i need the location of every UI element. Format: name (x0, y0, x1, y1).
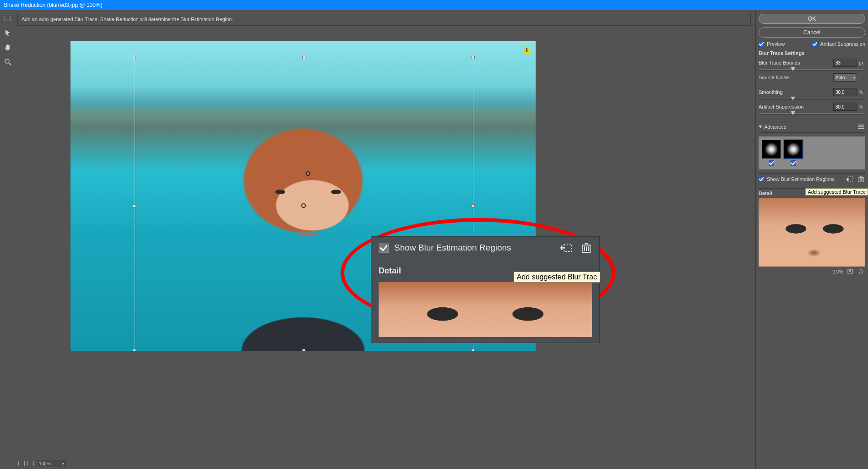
handle-nw[interactable] (133, 56, 136, 59)
marquee-tool[interactable] (3, 13, 13, 23)
handle-sw[interactable] (133, 349, 136, 351)
detail-loupe-image[interactable] (759, 198, 865, 267)
suppression-unit: % (859, 104, 865, 109)
suppression-slider[interactable] (759, 113, 865, 115)
info-text: Add an auto-generated Blur Trace. Shake … (22, 16, 233, 22)
marquee-icon (4, 14, 11, 22)
svg-rect-5 (858, 125, 864, 125)
preview-checkbox[interactable]: Preview (759, 41, 785, 47)
show-regions-label: Show Blur Estimation Regions (767, 176, 835, 182)
ok-button[interactable]: OK (759, 14, 865, 24)
callout-delete-button[interactable] (581, 242, 592, 253)
cancel-button[interactable]: Cancel (759, 27, 865, 38)
suppression-input[interactable]: 30,0 (833, 103, 857, 111)
thumb-check-1[interactable] (769, 160, 774, 166)
titlebar: Shake Reduction (blurred3.jpg @ 100%) (0, 0, 868, 10)
add-trace-icon (846, 176, 854, 182)
advanced-header[interactable]: Advanced (759, 121, 865, 133)
fit-screen-icon[interactable] (18, 461, 25, 466)
window-title: Shake Reduction (blurred3.jpg @ 100%) (4, 2, 103, 8)
left-toolbar (0, 10, 16, 469)
detail-label: Detail (759, 191, 772, 196)
svg-rect-0 (5, 15, 11, 21)
svg-rect-3 (526, 48, 527, 51)
handle-e[interactable] (472, 204, 475, 207)
artifact-suppression-checkbox[interactable]: Artifact Suppression (812, 41, 865, 47)
add-blur-trace-button[interactable] (846, 175, 854, 183)
info-bar: Add an auto-generated Blur Trace. Shake … (17, 13, 751, 26)
add-trace-icon (560, 243, 572, 253)
handle-w[interactable] (133, 204, 136, 207)
callout-tooltip: Add suggested Blur Trac (514, 272, 600, 283)
callout-add-trace-button[interactable] (560, 242, 573, 253)
svg-rect-4 (526, 51, 527, 52)
blur-trace-thumb-2[interactable] (784, 140, 803, 166)
warning-icon (523, 46, 531, 53)
undock-loupe-button[interactable] (846, 268, 854, 275)
trace-marker-2[interactable] (301, 203, 306, 208)
undock-icon (847, 269, 853, 274)
zoom-value: 100% (39, 461, 51, 466)
show-regions-checkbox[interactable]: Show Blur Estimation Regions (759, 176, 835, 182)
handle-n[interactable] (302, 56, 305, 59)
annotation-callout: Show Blur Estimation Regions Detail Add … (371, 236, 600, 343)
blur-trace-thumbnails (759, 136, 865, 169)
artifact-suppression-field: Artifact Suppression 30,0 % (759, 103, 865, 111)
handle-s[interactable] (302, 349, 305, 351)
artifact-label: Artifact Suppression (820, 41, 865, 47)
callout-checkbox[interactable] (379, 243, 389, 253)
thumb-check-2[interactable] (791, 160, 796, 166)
blur-trace-bounds-field: Blur Trace Bounds 33 px (759, 59, 865, 67)
preview-label: Preview (767, 41, 785, 47)
checkbox-icon (812, 41, 818, 47)
smoothing-field: Smoothing 30,0 % (759, 88, 865, 96)
bounds-unit: px (859, 60, 865, 65)
settings-title: Blur Trace Settings (759, 50, 865, 56)
callout-show-regions-label: Show Blur Estimation Regions (394, 243, 511, 253)
svg-rect-23 (585, 243, 588, 245)
status-bar: 100% (16, 458, 69, 469)
blur-trace-settings: Blur Trace Settings Blur Trace Bounds 33… (759, 50, 865, 115)
handle-ne[interactable] (472, 56, 475, 59)
smoothing-input[interactable]: 30,0 (833, 88, 857, 96)
blur-trace-thumb-1[interactable] (762, 140, 781, 166)
trace-marker-1[interactable] (306, 171, 310, 176)
svg-rect-6 (858, 126, 864, 127)
svg-rect-7 (858, 128, 864, 129)
regions-strip: Show Blur Estimation Regions (759, 173, 865, 185)
svg-rect-18 (564, 244, 571, 251)
reset-icon (858, 269, 864, 274)
zoom-tool[interactable] (3, 57, 13, 67)
suppression-label: Artifact Suppression (759, 104, 803, 109)
cancel-label: Cancel (803, 29, 820, 36)
delete-blur-trace-button[interactable] (857, 175, 865, 183)
kernel-preview-2 (784, 140, 803, 158)
preview-row: Preview Artifact Suppression (759, 41, 865, 47)
trash-icon (581, 242, 591, 253)
ok-label: OK (808, 16, 816, 22)
source-noise-select[interactable]: Auto (833, 73, 857, 82)
detail-section: Detail Add suggested Blur Trace 100% (759, 188, 865, 276)
hand-tool[interactable] (3, 42, 13, 52)
panel-menu-icon[interactable] (857, 123, 865, 131)
zoom-level[interactable]: 100% (37, 460, 66, 467)
handle-se[interactable] (472, 349, 475, 351)
disclosure-triangle-icon (759, 125, 762, 128)
smoothing-slider[interactable] (759, 98, 865, 100)
smoothing-label: Smoothing (759, 89, 783, 95)
right-panel: OK Cancel Preview Artifact Suppression B… (755, 10, 868, 469)
bounds-slider[interactable] (759, 69, 865, 71)
svg-rect-13 (860, 176, 862, 177)
zoom-icon (4, 58, 11, 65)
add-suggested-tooltip: Add suggested Blur Trace (805, 188, 868, 196)
trash-icon (858, 176, 864, 182)
actual-pixels-icon[interactable] (27, 461, 34, 466)
svg-point-1 (5, 59, 9, 63)
reset-loupe-button[interactable] (857, 268, 865, 275)
noise-label: Source Noise (759, 75, 789, 80)
callout-detail-image (379, 282, 592, 337)
checkbox-icon (759, 176, 764, 182)
arrow-tool[interactable] (3, 27, 13, 38)
source-noise-field: Source Noise Auto (759, 73, 865, 82)
bounds-input[interactable]: 33 (833, 59, 857, 67)
